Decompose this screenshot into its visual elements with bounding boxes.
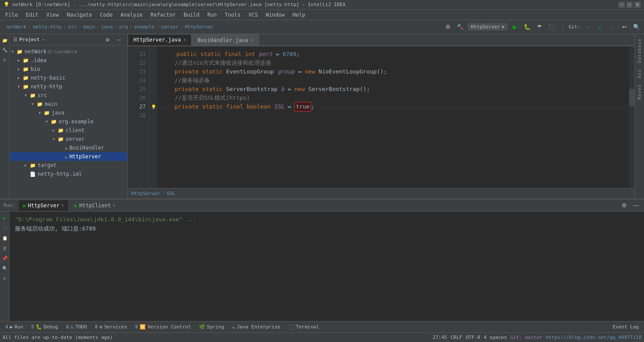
bc-src[interactable]: src (68, 24, 77, 30)
undo-button[interactable]: ↩ (620, 22, 629, 32)
toolbar-spring[interactable]: 🌿 Spring (196, 322, 228, 332)
menu-navigate[interactable]: Navigate (63, 11, 96, 19)
tree-item-netty-http[interactable]: ▼ 📁 netty-http (10, 82, 127, 91)
toolbar-services[interactable]: 8 ⚙ Services (91, 322, 131, 332)
bc-main[interactable]: main (83, 24, 95, 30)
tab-busihandler[interactable]: BusiHandler.java ✕ (192, 34, 259, 45)
status-position[interactable]: 27:45 (433, 335, 447, 340)
menu-build[interactable]: Build (180, 11, 203, 19)
toolbar-icon-2[interactable]: 🔨 (455, 22, 465, 32)
bc-example[interactable]: example (134, 24, 154, 30)
toolbar-version-control[interactable]: 9 🔀 Version Control (132, 322, 195, 332)
bottom-settings-icon[interactable]: ⚙ (620, 201, 629, 210)
menu-help[interactable]: Help (289, 11, 309, 19)
run-scroll-icon[interactable]: 📋 (0, 234, 9, 242)
stop-button[interactable]: ⬛ (547, 22, 556, 32)
minimize-button[interactable]: ─ (619, 2, 625, 8)
run-restart-icon[interactable]: ▶ (0, 213, 9, 222)
project-panel: ☰ Project ▾ ⚙ — ▼ 📁 netWork D:\netWork ▶… (10, 34, 128, 199)
run-filter-icon[interactable]: 🔍 (0, 264, 9, 272)
close-button[interactable]: ✕ (634, 2, 640, 8)
git-push-button[interactable]: ↑ (607, 22, 617, 32)
bottom-close-icon[interactable]: — (631, 201, 640, 210)
tree-item-network[interactable]: ▼ 📁 netWork D:\netWork (10, 47, 127, 56)
breadcrumb-ssl[interactable]: SSL (167, 191, 175, 196)
right-panel-maven[interactable]: Maven (636, 82, 643, 102)
sidebar-icon-3[interactable]: ⚙ (0, 55, 9, 64)
bc-server[interactable]: server (161, 24, 178, 30)
bottom-tab-httpserver[interactable]: ▶ HttpServer ✕ (19, 200, 69, 211)
status-encoding[interactable]: UTF-8 (466, 335, 480, 340)
right-panel-database[interactable]: Database (636, 36, 643, 66)
bc-network[interactable]: netWork (6, 24, 26, 30)
menu-window[interactable]: Window (262, 11, 288, 19)
sidebar-project-icon[interactable]: 📁 (0, 36, 9, 45)
debug-button[interactable]: 🐛 (522, 22, 532, 32)
breadcrumb-httpserver[interactable]: HttpServer (131, 191, 160, 196)
tree-item-java[interactable]: ▼ 📁 java (10, 108, 127, 117)
tab-httpserver-close[interactable]: ✕ (183, 37, 186, 42)
status-git[interactable]: Git: master (511, 335, 542, 340)
maximize-button[interactable]: □ (626, 2, 633, 8)
toolbar-debug[interactable]: 5 🐛 Debug (28, 322, 62, 332)
tab-busihandler-close[interactable]: ✕ (251, 38, 253, 42)
bc-netty-http[interactable]: netty-http (33, 24, 62, 30)
status-indent[interactable]: 4 spaces (484, 335, 507, 340)
git-update-button[interactable]: ✓ (583, 22, 592, 32)
bottom-tab-httpclient[interactable]: ▶ HttpClient ✕ (70, 200, 120, 211)
menu-view[interactable]: View (43, 11, 63, 19)
menu-run[interactable]: Run (204, 11, 220, 19)
menu-vcs[interactable]: VCS (245, 11, 262, 19)
menu-analyze[interactable]: Analyze (117, 11, 146, 19)
spring-icon: 🌿 (199, 324, 205, 330)
toolbar-event-log[interactable]: Event Log (609, 322, 642, 332)
tree-item-netty-basic[interactable]: ▶ 📁 netty-basic (10, 73, 127, 82)
sidebar-icon-2[interactable]: 🔧 (0, 45, 9, 54)
git-commit-button[interactable]: ✓ (595, 22, 605, 32)
tab-httpserver[interactable]: HttpServer.java ✕ (128, 34, 192, 45)
status-line-sep[interactable]: CRLF (451, 335, 462, 340)
panel-collapse-icon[interactable]: — (114, 35, 124, 45)
tree-item-src[interactable]: ▼ 📁 src (10, 91, 127, 100)
right-panel-ant[interactable]: Ant (636, 66, 643, 81)
bottom-tab-httpclient-close[interactable]: ✕ (113, 203, 116, 208)
bottom-tab-httpserver-close[interactable]: ✕ (61, 203, 64, 208)
toolbar-java-enterprise[interactable]: ☕ Java Enterprise (229, 322, 284, 332)
tree-item-main[interactable]: ▼ 📁 main (10, 100, 127, 108)
run-stop-icon[interactable]: ⬛ (0, 223, 9, 232)
tree-item-client[interactable]: ▶ 📁 client (10, 126, 127, 135)
coverage-button[interactable]: ☂ (535, 22, 544, 32)
code-editor[interactable]: public static final int port = 6789 ; / (158, 46, 629, 188)
run-clear-icon[interactable]: 🗑 (0, 244, 9, 252)
bc-httpserver[interactable]: HttpServer (185, 24, 214, 30)
search-everywhere-button[interactable]: 🔍 (632, 22, 641, 32)
toolbar-terminal[interactable]: ⬛ Terminal (285, 322, 323, 332)
tree-item-bio[interactable]: ▶ 📁 bio (10, 65, 127, 73)
menu-tools[interactable]: Tools (221, 11, 244, 19)
toolbar-todo[interactable]: 6 ☑ TODO (63, 322, 91, 332)
panel-settings-icon[interactable]: ⚙ (103, 35, 112, 45)
run-pin-icon[interactable]: 📌 (0, 254, 9, 262)
run-config-selector[interactable]: HttpServer ▼ (468, 23, 508, 31)
tree-item-iml[interactable]: ▶ 📄 netty-http.iml (10, 170, 127, 178)
toolbar-icon-1[interactable]: ⚙ (443, 22, 453, 32)
tree-item-org-example[interactable]: ▼ 📁 org.example (10, 117, 127, 126)
tree-item-target[interactable]: ▶ 📁 target (10, 161, 127, 170)
menu-refactor[interactable]: Refactor (147, 11, 179, 19)
run-settings-icon[interactable]: ⚙ (0, 274, 9, 283)
project-tree: ▼ 📁 netWork D:\netWork ▶ 📁 .idea ▶ 📁 bio… (10, 45, 127, 199)
menu-file[interactable]: File (2, 11, 21, 19)
code-line-26: //是否开启SSL模式(https) (158, 94, 629, 102)
bc-java[interactable]: java (101, 24, 113, 30)
tree-item-server[interactable]: ▼ 📁 server (10, 135, 127, 143)
menu-edit[interactable]: Edit (22, 11, 42, 19)
menu-code[interactable]: Code (97, 11, 116, 19)
bc-org[interactable]: org (119, 24, 128, 30)
tree-item-busihandler[interactable]: ▶ ☕ BusiHandler (10, 143, 127, 152)
run-button[interactable]: ▶ (510, 22, 520, 32)
toolbar-run[interactable]: 4 ▶ Run (2, 322, 27, 332)
tree-item-idea[interactable]: ▶ 📁 .idea (10, 56, 127, 65)
lightbulb-icon[interactable]: 💡 (150, 102, 158, 111)
status-csdn-link[interactable]: https://blog.csdn.net/qq_40977118 (546, 335, 641, 340)
tree-item-httpserver[interactable]: ▶ ☕ HttpServer (10, 152, 127, 161)
